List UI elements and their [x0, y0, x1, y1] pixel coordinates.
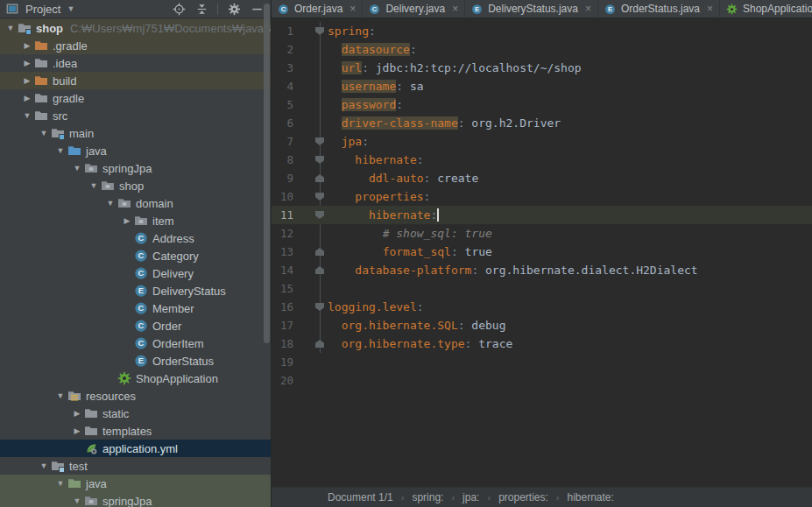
code-line-6[interactable]: 6 driver-class-name: org.h2.Driver — [272, 114, 812, 132]
tree-item-item[interactable]: ▶item — [0, 212, 271, 229]
tree-item-idea[interactable]: ▶.idea — [0, 54, 271, 72]
expand-arrow-icon[interactable]: ▼ — [53, 479, 67, 488]
code-line-10[interactable]: 10 properties: — [272, 187, 812, 206]
expand-arrow-icon[interactable]: ▶ — [20, 41, 34, 50]
fold-marker-icon[interactable] — [315, 27, 324, 35]
collapse-all-icon[interactable] — [194, 2, 208, 16]
tree-item-main[interactable]: ▼main — [0, 124, 271, 142]
expand-arrow-icon[interactable]: ▼ — [53, 391, 67, 400]
editor-tab-shopapplicatio[interactable]: ShopApplicatio — [720, 0, 812, 18]
code-line-2[interactable]: 2 datasource: — [272, 40, 812, 59]
close-tab-icon[interactable]: × — [452, 3, 458, 15]
code-line-16[interactable]: 16logging.level: — [272, 298, 812, 316]
settings-gear-icon[interactable] — [227, 2, 241, 16]
tree-item-orderstatus[interactable]: EOrderStatus — [0, 352, 271, 370]
tree-item-templates[interactable]: ▶templates — [0, 422, 271, 440]
expand-arrow-icon[interactable]: ▼ — [4, 24, 18, 32]
code-line-5[interactable]: 5 password: — [272, 95, 812, 114]
tree-item-address[interactable]: CAddress — [0, 229, 271, 247]
code-line-11[interactable]: 11 hibernate: — [272, 206, 812, 224]
code-line-7[interactable]: 7 jpa: — [272, 132, 812, 151]
expand-arrow-icon[interactable]: ▼ — [70, 496, 84, 505]
tree-item-domain[interactable]: ▼domain — [0, 194, 271, 212]
editor-tab-orderstatus-java[interactable]: EOrderStatus.java× — [598, 0, 720, 18]
code-line-1[interactable]: 1spring: — [272, 22, 812, 40]
code-line-15[interactable]: 15 — [272, 279, 812, 298]
tree-item-static[interactable]: ▶static — [0, 405, 271, 422]
tree-item-resources[interactable]: ▼resources — [0, 387, 271, 405]
fold-marker-icon[interactable] — [315, 340, 324, 348]
expand-arrow-icon[interactable]: ▶ — [20, 76, 34, 85]
expand-arrow-icon[interactable]: ▶ — [20, 94, 34, 102]
fold-marker-icon[interactable] — [315, 248, 324, 256]
code-editor[interactable]: 1spring:2 datasource:3 url: jdbc:h2:tcp:… — [272, 18, 812, 487]
breadcrumb-item-spring[interactable]: spring: — [412, 491, 443, 503]
code-line-13[interactable]: 13 format_sql: true — [272, 243, 812, 261]
fold-marker-icon[interactable] — [315, 137, 324, 145]
expand-arrow-icon[interactable]: ▼ — [20, 111, 34, 120]
fold-marker-icon[interactable] — [315, 193, 324, 201]
hide-panel-icon[interactable] — [250, 2, 264, 16]
breadcrumb-item-properties[interactable]: properties: — [498, 491, 548, 503]
tree-item-orderitem[interactable]: COrderItem — [0, 334, 271, 352]
expand-arrow-icon[interactable]: ▼ — [37, 129, 51, 137]
tree-item-application-yml[interactable]: application.yml — [0, 440, 271, 457]
close-tab-icon[interactable]: × — [585, 3, 591, 15]
locate-file-icon[interactable] — [172, 2, 186, 16]
expand-arrow-icon[interactable]: ▼ — [87, 181, 101, 190]
expand-arrow-icon[interactable]: ▼ — [70, 164, 84, 173]
fold-marker-icon[interactable] — [315, 303, 324, 311]
code-line-12[interactable]: 12 # show_sql: true — [272, 224, 812, 243]
project-panel-header[interactable]: Project ▼ — [0, 0, 271, 18]
expand-arrow-icon[interactable]: ▼ — [103, 199, 117, 208]
tree-item-shop[interactable]: ▼shopC:₩Users₩mj751₩Documents₩javaStudy₩… — [0, 19, 271, 37]
folder-test-root-icon — [51, 459, 65, 473]
tree-item-java[interactable]: ▼java — [0, 142, 271, 159]
tree-item-delivery[interactable]: CDelivery — [0, 264, 271, 282]
expand-arrow-icon[interactable]: ▶ — [20, 59, 34, 67]
fold-marker-icon[interactable] — [315, 211, 324, 219]
editor-tab-order-java[interactable]: COrder.java× — [272, 0, 363, 18]
tree-item-member[interactable]: CMember — [0, 299, 271, 317]
tree-item-shop[interactable]: ▼shop — [0, 177, 271, 194]
tree-item-test[interactable]: ▼test — [0, 457, 271, 475]
fold-marker-icon[interactable] — [315, 156, 324, 164]
tree-item-shopapplication[interactable]: ShopApplication — [0, 370, 271, 387]
code-line-14[interactable]: 14 database-platform: org.hibernate.dial… — [272, 261, 812, 279]
code-line-4[interactable]: 4 username: sa — [272, 77, 812, 95]
tree-item-order[interactable]: COrder — [0, 317, 271, 334]
fold-marker-icon[interactable] — [315, 174, 324, 182]
code-line-18[interactable]: 18 org.hibernate.type: trace — [272, 334, 812, 353]
folder-icon — [34, 109, 48, 123]
code-line-20[interactable]: 20 — [272, 371, 812, 390]
tree-item-springjpa[interactable]: ▼springJpa — [0, 159, 271, 177]
breadcrumb-item-hibernate[interactable]: hibernate: — [568, 491, 614, 503]
close-tab-icon[interactable]: × — [350, 3, 356, 15]
fold-marker-icon[interactable] — [315, 266, 324, 274]
expand-arrow-icon[interactable]: ▼ — [37, 461, 51, 470]
code-line-19[interactable]: 19 — [272, 353, 812, 371]
tree-item-gradle[interactable]: ▶gradle — [0, 89, 271, 107]
code-line-3[interactable]: 3 url: jdbc:h2:tcp://localhost/~/shop — [272, 59, 812, 77]
expand-arrow-icon[interactable]: ▶ — [70, 426, 84, 435]
tree-item-deliverystatus[interactable]: EDeliveryStatus — [0, 282, 271, 299]
tree-item-src[interactable]: ▼src — [0, 107, 271, 124]
editor-tab-delivery-java[interactable]: CDelivery.java× — [363, 0, 465, 18]
breadcrumb-item-document-1-1[interactable]: Document 1/1 — [328, 491, 393, 503]
breadcrumb-item-jpa[interactable]: jpa: — [462, 491, 479, 503]
tab-label: Delivery.java — [385, 3, 445, 15]
project-tree-scrollbar[interactable] — [264, 4, 270, 343]
tree-item-java[interactable]: ▼java — [0, 475, 271, 492]
expand-arrow-icon[interactable]: ▼ — [53, 146, 67, 155]
code-line-9[interactable]: 9 ddl-auto: create — [272, 169, 812, 187]
code-line-17[interactable]: 17 org.hibernate.SQL: debug — [272, 316, 812, 334]
editor-tab-deliverystatus-java[interactable]: EDeliveryStatus.java× — [465, 0, 598, 18]
tree-item-gradle[interactable]: ▶.gradle — [0, 37, 271, 54]
tree-item-category[interactable]: CCategory — [0, 247, 271, 264]
close-tab-icon[interactable]: × — [707, 3, 713, 15]
expand-arrow-icon[interactable]: ▶ — [120, 216, 134, 225]
expand-arrow-icon[interactable]: ▶ — [70, 409, 84, 418]
tree-item-springjpa[interactable]: ▼springJpa — [0, 492, 271, 507]
tree-item-build[interactable]: ▶build — [0, 72, 271, 89]
code-line-8[interactable]: 8 hibernate: — [272, 151, 812, 169]
